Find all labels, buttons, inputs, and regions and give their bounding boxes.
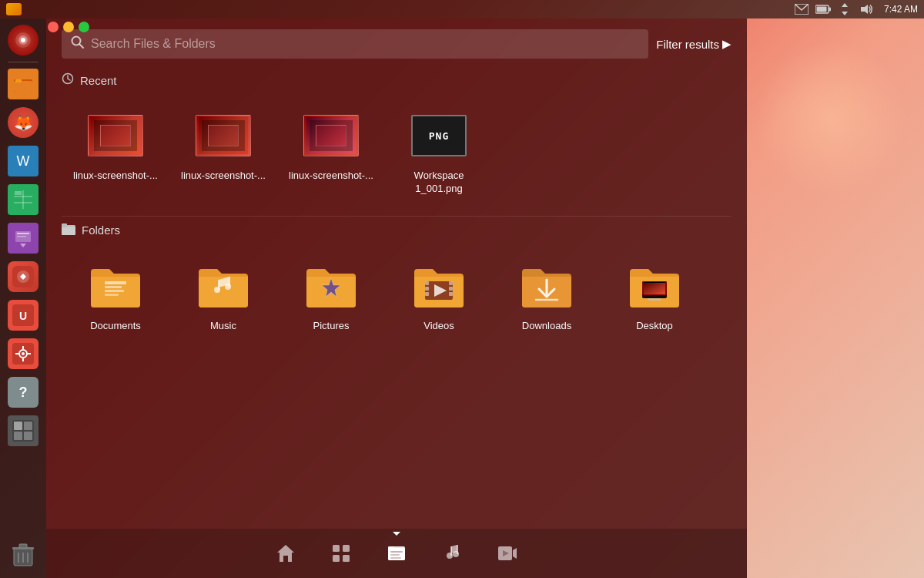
launcher-item-trash[interactable] <box>5 535 42 572</box>
recent-item-4[interactable]: PNG Workspace 1_001.png <box>385 100 493 203</box>
folder-label-downloads: Downloads <box>522 320 571 333</box>
recent-header: Recent <box>62 72 732 88</box>
folder-icon-videos <box>411 258 467 314</box>
svg-rect-39 <box>19 544 27 548</box>
svg-rect-9 <box>14 81 32 92</box>
launcher-item-workspace[interactable] <box>5 412 42 449</box>
folder-item-pictures[interactable]: Pictures <box>277 250 385 341</box>
svg-rect-72 <box>644 283 665 294</box>
svg-rect-49 <box>105 281 126 284</box>
svg-rect-2 <box>829 8 831 12</box>
launcher-item-dash[interactable] <box>5 22 42 59</box>
svg-rect-61 <box>425 292 429 296</box>
svg-rect-80 <box>388 546 394 549</box>
desktop-glow <box>755 42 909 196</box>
network-icon[interactable] <box>836 2 853 16</box>
close-button[interactable] <box>48 22 59 32</box>
search-input[interactable] <box>91 37 639 51</box>
mail-icon[interactable] <box>793 2 810 16</box>
folder-item-documents[interactable]: Documents <box>62 250 169 341</box>
launcher-item-firefox[interactable]: 🦊 <box>5 104 42 141</box>
recent-item-3[interactable]: linux-screenshot-... <box>277 100 385 203</box>
recent-label-2: linux-screenshot-... <box>181 170 266 183</box>
svg-rect-33 <box>14 422 22 430</box>
lens-files[interactable] <box>381 538 412 569</box>
folder-icon-documents <box>88 258 143 314</box>
svg-rect-36 <box>24 432 32 440</box>
launcher-item-impress[interactable] <box>5 220 42 257</box>
svg-rect-51 <box>105 290 124 292</box>
launcher-item-files[interactable] <box>5 66 42 102</box>
svg-rect-10 <box>15 79 22 82</box>
folder-label-documents: Documents <box>90 320 141 333</box>
recent-icon-4: PNG <box>411 108 467 163</box>
svg-rect-62 <box>449 281 453 285</box>
recent-items-grid: linux-screenshot-... linux-screenshot-..… <box>62 100 732 203</box>
system-clock[interactable]: 7:42 AM <box>884 4 918 15</box>
search-input-wrap[interactable] <box>62 29 648 59</box>
top-bar: 7:42 AM <box>0 0 924 18</box>
lens-video[interactable] <box>492 538 523 569</box>
launcher-item-system[interactable] <box>5 335 42 372</box>
svg-rect-74 <box>333 545 340 552</box>
svg-rect-60 <box>425 287 429 291</box>
svg-line-44 <box>80 45 84 49</box>
launcher-item-tweak[interactable]: U <box>5 297 42 334</box>
folder-icon-music <box>196 258 251 314</box>
audio-icon[interactable] <box>858 2 875 16</box>
folder-section-icon <box>62 223 75 238</box>
folder-item-videos[interactable]: Videos <box>385 250 493 341</box>
system-tray: 7:42 AM <box>793 2 918 16</box>
launcher-item-writer[interactable]: W <box>5 143 42 180</box>
recent-icon-2 <box>196 108 251 163</box>
app-indicator[interactable] <box>6 3 22 15</box>
recent-icon-1 <box>88 108 143 163</box>
svg-rect-20 <box>17 236 26 237</box>
svg-rect-83 <box>390 557 401 559</box>
maximize-button[interactable] <box>79 22 89 32</box>
minimize-button[interactable] <box>63 22 74 32</box>
svg-rect-71 <box>648 298 661 301</box>
lens-home[interactable] <box>270 538 301 569</box>
recent-item-2[interactable]: linux-screenshot-... <box>169 100 277 203</box>
recent-icon-3 <box>303 108 359 163</box>
folder-icon-downloads <box>519 258 574 314</box>
folders-title: Folders <box>82 223 120 237</box>
svg-rect-52 <box>105 294 119 296</box>
svg-point-27 <box>22 352 25 355</box>
filter-results-button[interactable]: Filter results ▶ <box>656 37 732 51</box>
lens-music[interactable] <box>437 538 467 569</box>
svg-rect-19 <box>17 233 29 234</box>
dash-overlay: Filter results ▶ Recent <box>46 18 747 578</box>
svg-rect-3 <box>816 7 826 12</box>
folder-item-desktop[interactable]: Desktop <box>601 250 708 341</box>
launcher-item-calc[interactable] <box>5 181 42 218</box>
search-bar: Filter results ▶ <box>46 18 747 66</box>
launcher-item-help[interactable]: ? <box>5 374 42 411</box>
svg-rect-59 <box>425 281 429 285</box>
svg-rect-15 <box>15 191 22 195</box>
folders-section: Folders Documents <box>46 217 747 353</box>
svg-rect-82 <box>390 554 400 556</box>
battery-icon[interactable] <box>815 2 832 16</box>
launcher-divider-1 <box>8 62 38 62</box>
recent-label-4: Workspace 1_001.png <box>393 170 485 196</box>
folder-label-pictures: Pictures <box>313 320 350 333</box>
filter-arrow-icon: ▶ <box>722 37 732 51</box>
svg-rect-48 <box>62 223 67 227</box>
svg-rect-35 <box>14 432 22 440</box>
folders-items-grid: Documents Music <box>62 250 732 341</box>
launcher-item-software[interactable] <box>5 258 42 295</box>
recent-section: Recent linux-screenshot-... <box>46 66 747 216</box>
svg-marker-4 <box>861 5 868 14</box>
lens-bar <box>46 529 747 578</box>
recent-label-1: linux-screenshot-... <box>73 170 158 183</box>
folder-item-music[interactable]: Music <box>169 250 277 341</box>
folder-label-desktop: Desktop <box>636 320 673 333</box>
lens-apps[interactable] <box>326 538 357 569</box>
search-icon <box>71 35 85 52</box>
folders-header: Folders <box>62 223 732 238</box>
recent-item-1[interactable]: linux-screenshot-... <box>62 100 169 203</box>
svg-rect-34 <box>24 422 32 430</box>
folder-item-downloads[interactable]: Downloads <box>493 250 601 341</box>
